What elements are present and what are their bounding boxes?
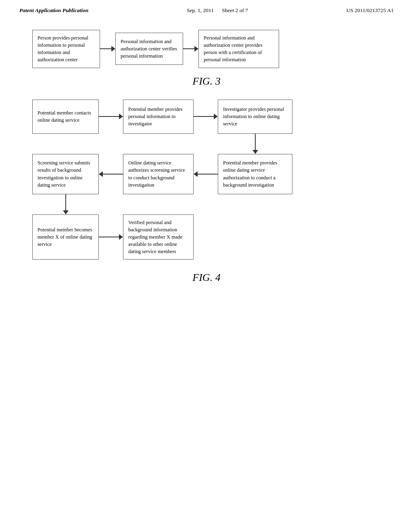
fig3-label: FIG. 3 [24, 75, 389, 87]
fig3-arrow1 [100, 46, 115, 52]
fig4-v-arrow2 [32, 194, 99, 214]
fig4-r1-box3: Investigator provides personal informati… [218, 100, 292, 134]
page-header: Patent Application Publication Sep. 1, 2… [0, 0, 413, 18]
header-patent-number: US 2011/0213725 A1 [346, 7, 394, 14]
fig4-r2-box2: Online dating service authorizes screeni… [123, 154, 194, 194]
fig4-r1-arrow2 [194, 114, 218, 119]
fig4-r1-box1: Potential member contacts online dating … [32, 100, 99, 134]
header-sheet: Sheet 2 of 7 [222, 7, 248, 13]
fig4-r2-box3: Potential member provides online dating … [218, 154, 292, 194]
fig4-label: FIG. 4 [24, 272, 389, 284]
header-date-sheet: Sep. 1, 2011 Sheet 2 of 7 [187, 7, 248, 14]
fig3-diagram: Person provides personal information to … [24, 30, 389, 68]
header-publication-type: Patent Application Publication [19, 7, 88, 14]
fig3-row: Person provides personal information to … [32, 30, 279, 68]
fig4-r3-arrow1 [99, 234, 123, 240]
fig3-box2: Personal information and authorization c… [115, 33, 183, 65]
fig3-box1: Person provides personal information to … [32, 30, 100, 68]
fig4-diagram: Potential member contacts online dating … [24, 100, 389, 260]
fig4-r1-arrow1 [99, 114, 123, 119]
fig4-r3-box2: Verified personal and background informa… [123, 214, 194, 260]
fig3-arrow2 [183, 46, 198, 52]
fig4-v-arrow1 [218, 134, 292, 154]
fig4-r1-box2: Potential member provides personal infor… [123, 100, 194, 134]
page-content: Person provides personal information to … [0, 18, 413, 312]
fig4-spacer1-col1 [32, 134, 99, 154]
fig4-r2-arrow1 [99, 171, 123, 177]
header-date: Sep. 1, 2011 [187, 7, 214, 13]
fig4-r3-box1: Potential member becomes member X of onl… [32, 214, 99, 260]
fig4-r2-box1: Screening service submits results of bac… [32, 154, 99, 194]
fig4-r2-arrow2 [194, 171, 218, 177]
fig3-box3: Personal information and authorization c… [198, 30, 279, 68]
fig4-grid: Potential member contacts online dating … [32, 100, 292, 260]
